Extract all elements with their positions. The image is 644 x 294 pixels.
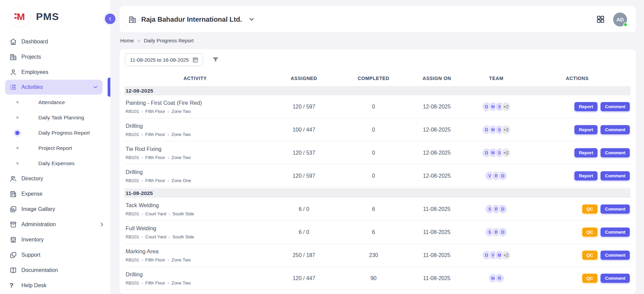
row-actions: ReportComment [524, 125, 630, 134]
assign-on-value: 12-08-2025 [405, 150, 468, 156]
assign-on-value: 11-08-2025 [405, 275, 468, 281]
activity-path: RB101›Fifth Floor›Zone Two [126, 280, 266, 286]
sidebar-subitem-project-report[interactable]: Project Report [0, 140, 110, 156]
chevron-right-icon: › [142, 257, 143, 262]
sidebar-item-documentation[interactable]: Documentation [0, 262, 110, 278]
path-segment: RB101 [126, 155, 139, 160]
comment-button[interactable]: Comment [601, 274, 630, 283]
chevron-right-icon: › [142, 155, 143, 160]
sidebar-item-label: Dashboard [21, 39, 48, 45]
path-segment: RB101 [126, 109, 139, 114]
report-button[interactable]: Report [574, 102, 597, 111]
filter-icon[interactable] [212, 56, 219, 63]
report-button[interactable]: Report [574, 171, 597, 180]
row-actions: ReportComment [524, 171, 630, 180]
path-segment: Court Yard [145, 211, 166, 216]
team-avatar: D [498, 227, 508, 237]
path-segment: Court Yard [145, 234, 166, 239]
sidebar-item-dashboard[interactable]: Dashboard [0, 34, 110, 49]
assign-on-value: 12-08-2025 [405, 127, 468, 133]
sidebar-subitem-daily-task-planning[interactable]: Daily Task Planning [0, 110, 110, 125]
breadcrumb-home-link[interactable]: Home [120, 38, 134, 43]
comment-button[interactable]: Comment [601, 148, 630, 157]
chevron-right-icon [99, 221, 105, 228]
sidebar-subitem-attendance[interactable]: Attendance [0, 95, 110, 110]
comment-button[interactable]: Comment [601, 204, 630, 214]
path-segment: Fifth Floor [145, 280, 165, 286]
app-title: PMS [36, 11, 59, 22]
path-segment: South Side [172, 211, 194, 216]
date-group-header: 11-08-2025 [124, 189, 630, 198]
activity-title: Tie Rod Fixing [126, 146, 266, 152]
table-body: 12-08-2025Painting - First Coat (Fire Re… [124, 86, 630, 290]
path-segment: Fifth Floor [145, 155, 165, 160]
sidebar-item-help-desk[interactable]: ?Help Desk [0, 278, 110, 293]
filter-row: 11-08-2025 to 16-08-2025 [124, 53, 630, 66]
comment-button[interactable]: Comment [601, 102, 630, 111]
date-group-label: 11-08-2025 [126, 190, 153, 196]
report-button[interactable]: Report [574, 125, 597, 134]
sidebar-subitem-label: Daily Expenses [38, 160, 75, 166]
team-avatars: DMS+2 [468, 125, 524, 135]
sidebar-item-employees[interactable]: Employees [0, 64, 110, 80]
date-group-label: 12-08-2025 [126, 88, 153, 94]
company-selector[interactable]: Raja Bahadur International Ltd. [128, 15, 255, 23]
online-status-dot [623, 22, 628, 27]
sidebar-item-label: Image Gallary [21, 206, 55, 212]
sidebar-item-administration[interactable]: Administration [0, 217, 110, 232]
qc-button[interactable]: QC [582, 228, 598, 237]
sidebar-item-support[interactable]: Support [0, 247, 110, 262]
sidebar-item-projects[interactable]: Projects [0, 49, 110, 64]
qc-button[interactable]: QC [582, 274, 598, 283]
row-actions: ReportComment [524, 102, 630, 111]
chevron-down-icon [92, 84, 98, 90]
path-segment: RB101 [126, 257, 139, 262]
sidebar-subitem-daily-progress-report[interactable]: Daily Progress Report [0, 125, 110, 140]
sidebar-subitem-label: Daily Progress Report [38, 130, 90, 136]
comment-button[interactable]: Comment [601, 228, 630, 237]
row-actions: QCComment [524, 228, 630, 237]
sidebar-collapse-button[interactable] [105, 14, 115, 24]
table-row: Painting - First Coat (Fire Red)RB101›Fi… [124, 95, 630, 118]
chevron-right-icon: › [142, 234, 143, 239]
chevron-right-icon: › [168, 109, 169, 114]
path-segment: Zone One [171, 178, 191, 183]
assigned-value: 100 / 447 [266, 127, 342, 133]
user-avatar[interactable]: AD [613, 13, 627, 26]
table-header: ACTIVITY ASSIGNED COMPLETED ASSIGN ON TE… [124, 72, 630, 85]
completed-value: 6 [342, 229, 405, 235]
sidebar-item-label: Inventory [21, 237, 44, 243]
chevron-down-icon [248, 16, 255, 23]
sidebar-item-directory[interactable]: Directory [0, 171, 110, 186]
copy-icon [10, 251, 17, 259]
comment-button[interactable]: Comment [601, 125, 630, 134]
date-range-input[interactable]: 11-08-2025 to 16-08-2025 [125, 53, 203, 66]
bullet-dot [16, 147, 19, 149]
date-group-header: 12-08-2025 [124, 86, 630, 95]
chevron-right-icon: › [142, 132, 143, 137]
qc-button[interactable]: QC [582, 204, 598, 214]
sidebar-item-image-gallary[interactable]: Image Gallary [0, 201, 110, 217]
bullet-dot [15, 131, 19, 135]
table-row: Full WeldingRB101›Court Yard›South Side6… [124, 221, 630, 244]
column-header-team: TEAM [468, 76, 524, 81]
sidebar-item-label: Projects [21, 54, 41, 60]
sidebar-item-activities[interactable]: Activities [5, 80, 103, 95]
building-icon [10, 53, 17, 61]
sidebar-subitem-daily-expenses[interactable]: Daily Expenses [0, 156, 110, 171]
sidebar-item-label: Support [21, 252, 40, 258]
completed-value: 6 [342, 206, 405, 212]
sidebar-item-expense[interactable]: Expense [0, 186, 110, 201]
assigned-value: 250 / 187 [266, 252, 342, 258]
sidebar-subitem-label: Daily Task Planning [38, 115, 84, 121]
row-actions: QCComment [524, 251, 630, 260]
apps-grid-button[interactable] [596, 15, 605, 24]
qc-button[interactable]: QC [582, 251, 598, 260]
sidebar-item-label: Help Desk [21, 282, 47, 289]
top-bar: Raja Bahadur International Ltd. AD [119, 6, 636, 33]
report-panel: 11-08-2025 to 16-08-2025 ACTIVITY ASSIGN… [119, 49, 636, 294]
sidebar-item-inventory[interactable]: Inventory [0, 232, 110, 247]
comment-button[interactable]: Comment [601, 251, 630, 260]
comment-button[interactable]: Comment [601, 171, 630, 180]
report-button[interactable]: Report [574, 148, 597, 157]
